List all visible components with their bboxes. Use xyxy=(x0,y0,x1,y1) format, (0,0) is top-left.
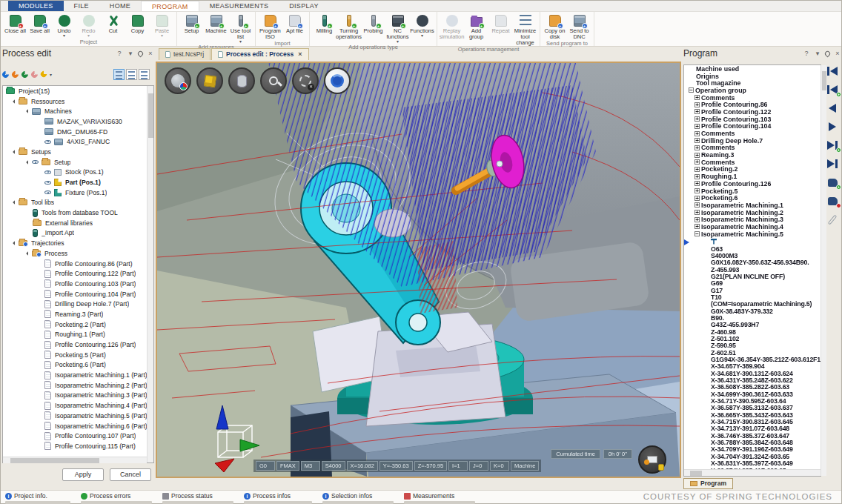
skip-to-end-button[interactable] xyxy=(826,159,839,169)
tree-item[interactable]: Trajectories xyxy=(3,238,153,248)
expand-icon[interactable]: + xyxy=(695,116,700,122)
undo-button[interactable]: Undo▾ xyxy=(52,13,76,38)
operation-row[interactable]: +Pocketing.2 xyxy=(684,166,821,173)
list-view-button-2[interactable] xyxy=(126,69,137,80)
gcode-line[interactable]: G17 xyxy=(684,287,821,294)
tree-item[interactable]: _Import Apt xyxy=(3,228,153,239)
apply-button[interactable]: Apply xyxy=(62,468,104,481)
hide-toolpath-button[interactable] xyxy=(292,67,319,94)
gcode-line[interactable]: X-34.681Y-390.131Z-603.624 xyxy=(684,370,821,377)
eye-icon[interactable] xyxy=(44,181,51,185)
expander-icon[interactable] xyxy=(13,201,17,205)
expand-icon[interactable]: + xyxy=(695,153,700,158)
tree-item[interactable]: Setups xyxy=(3,147,153,157)
grab-add-button[interactable]: + xyxy=(826,177,839,188)
gcode-line[interactable]: Z-501.102 xyxy=(684,335,821,342)
machine-gauge-button[interactable] xyxy=(638,445,666,474)
operation-row[interactable]: +Comments xyxy=(684,145,821,152)
gcode-line[interactable]: X-36.665Y-385.343Z-603.643 xyxy=(684,411,821,418)
help-icon[interactable]: ? xyxy=(116,50,123,57)
rotate-red-button[interactable] xyxy=(30,70,39,79)
expand-icon[interactable]: + xyxy=(695,202,700,208)
operation-row[interactable]: +Comments xyxy=(684,159,821,166)
ribbon-tab-program[interactable]: PROGRAM xyxy=(141,1,199,11)
pin-icon[interactable] xyxy=(137,50,145,57)
tree-item[interactable]: Tool libs xyxy=(3,198,153,208)
operation-row[interactable]: +Reaming.3 xyxy=(684,151,821,159)
gcode-line[interactable]: (COM=Isoparametric Machining.5) xyxy=(684,300,821,307)
statusbar-item-selection-infos[interactable]: iSelection infos xyxy=(322,492,394,504)
add-group-button[interactable]: +Add group xyxy=(464,13,488,40)
expand-icon[interactable]: + xyxy=(695,102,700,107)
toolbar-caret-icon[interactable]: ▾ xyxy=(50,72,52,77)
operation-row[interactable]: +Comments xyxy=(684,130,821,137)
close-icon[interactable]: × xyxy=(834,50,841,57)
grab-remove-button[interactable] xyxy=(826,196,839,206)
tree-item[interactable]: Process xyxy=(3,248,153,259)
collapse-icon[interactable]: − xyxy=(695,231,700,236)
tree-item[interactable]: Profile Contouring.103 (Part) xyxy=(3,279,153,289)
tree-vertical-scrollbar[interactable] xyxy=(147,86,153,462)
tree-item[interactable]: Profile Contouring.104 (Part) xyxy=(3,289,153,299)
operation-row[interactable]: +Profile Contouring.122 xyxy=(684,108,821,116)
gcode-line[interactable]: X-36.508Y-385.282Z-603.63 xyxy=(684,383,821,390)
gcode-line[interactable]: O63 xyxy=(684,245,821,252)
expand-icon[interactable]: + xyxy=(695,167,700,172)
eye-icon[interactable] xyxy=(44,140,51,144)
tree-item[interactable]: Isoparametric Machining.1 (Part) xyxy=(3,370,153,380)
expand-icon[interactable]: + xyxy=(695,217,700,222)
expander-icon[interactable] xyxy=(13,241,17,245)
help-icon[interactable]: ? xyxy=(803,50,810,57)
expand-icon[interactable]: + xyxy=(695,210,700,215)
next-operation-button[interactable]: + xyxy=(826,140,839,150)
eye-icon[interactable] xyxy=(32,160,39,164)
gcode-line[interactable]: B90. xyxy=(684,314,821,321)
close-icon[interactable]: × xyxy=(147,50,154,57)
rotate-blue-button[interactable] xyxy=(1,70,10,79)
operation-row[interactable]: Tool magazine xyxy=(684,79,821,87)
tree-item[interactable]: Isoparametric Machining.3 (Part) xyxy=(3,391,153,401)
operation-row[interactable]: +Isoparametric Machining.3 xyxy=(684,216,821,223)
program-iso-button[interactable]: +Program ISO xyxy=(258,13,282,40)
operation-row[interactable]: +Drilling Deep Hole.7 xyxy=(684,137,821,145)
tree-item[interactable]: DMG_DMU65-FD xyxy=(3,127,153,137)
attach-button[interactable] xyxy=(826,214,839,225)
chevron-down-icon[interactable]: ▾ xyxy=(127,50,134,57)
tree-item[interactable]: Isoparametric Machining.2 (Part) xyxy=(3,380,153,391)
expand-icon[interactable]: + xyxy=(695,145,700,150)
setup-button[interactable]: +Setup xyxy=(179,13,204,34)
close-tab-icon[interactable]: × xyxy=(298,50,302,58)
expander-icon[interactable] xyxy=(26,109,30,113)
zoom-button[interactable] xyxy=(260,67,287,94)
operation-row[interactable]: +Profile Contouring.103 xyxy=(684,116,821,123)
document-tab[interactable]: Process edit : Process× xyxy=(211,48,308,60)
collapsed-panel-bar[interactable] xyxy=(404,501,475,504)
collapsed-panel-bar[interactable] xyxy=(162,501,233,504)
project-tree[interactable]: Project(15)RessourcesMachinesMAZAK_VARIA… xyxy=(2,85,154,463)
tree-item[interactable]: Isoparametric Machining.4 (Part) xyxy=(3,400,153,411)
refresh-view-button[interactable] xyxy=(324,67,351,94)
gcode-line[interactable]: S4000M3 xyxy=(684,252,821,259)
operation-row[interactable]: +Pocketing.6 xyxy=(684,194,821,202)
tree-item[interactable]: External libraries xyxy=(3,218,153,228)
tree-item[interactable]: Reaming.3 (Part) xyxy=(3,309,153,319)
gcode-line[interactable]: G21(PLAN INCLINE OFF) xyxy=(684,273,821,279)
gcode-line[interactable]: G1G94X-36.354Y-385.212Z-603.612F1 xyxy=(684,356,821,362)
tree-item[interactable]: MAZAK_VARIAXIS630 xyxy=(3,116,153,127)
program-bottom-tab[interactable]: Program xyxy=(683,478,733,489)
gcode-line[interactable]: X-36.587Y-385.313Z-603.637 xyxy=(684,404,821,411)
tree-item[interactable]: Isoparametric Machining.5 (Part) xyxy=(3,411,153,421)
gcode-line[interactable]: X-34.657Y-389.904 xyxy=(684,362,821,369)
collapsed-panel-bar[interactable] xyxy=(244,501,312,504)
gcode-line[interactable]: X-36.788Y-385.384Z-603.648 xyxy=(684,439,821,445)
gcode-line[interactable]: X-36.431Y-385.248Z-603.622 xyxy=(684,377,821,383)
tree-item[interactable]: Pocketing.6 (Part) xyxy=(3,360,153,371)
document-tab[interactable]: test.NcsPrj xyxy=(159,48,210,60)
expand-icon[interactable]: + xyxy=(695,124,700,129)
use-tool-list-button[interactable]: +Use tool list▾ xyxy=(228,13,253,44)
gcode-line[interactable]: X-34.713Y-391.07Z-603.648 xyxy=(684,425,821,431)
copy-on-disk-button[interactable]: +Copy on disk xyxy=(543,13,567,40)
gcode-line[interactable]: X-36.831Y-385.397Z-603.649 xyxy=(684,460,821,466)
expand-icon[interactable]: + xyxy=(695,131,700,136)
cut-button[interactable]: Cut xyxy=(101,13,125,34)
